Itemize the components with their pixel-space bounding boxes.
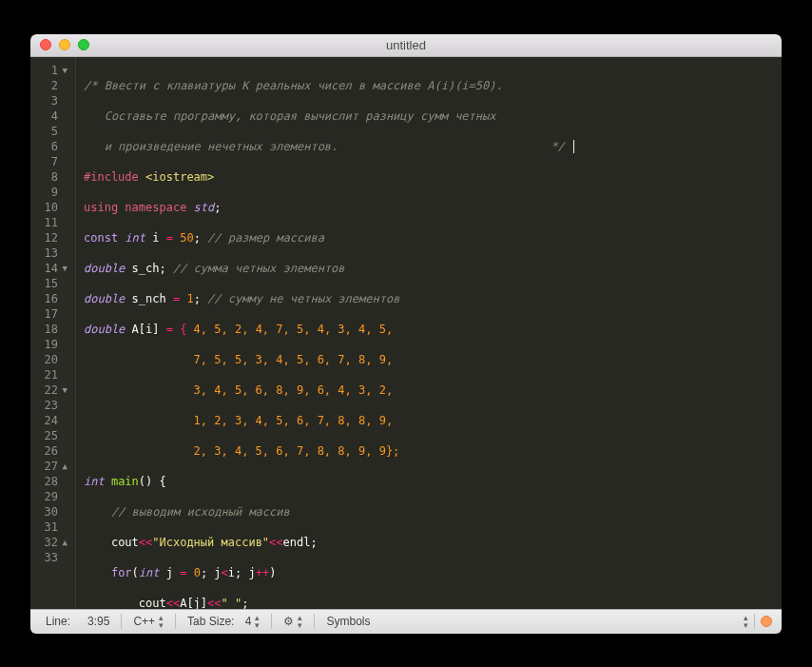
gutter-line[interactable]: 2 (30, 78, 73, 93)
gear-icon: ⚙ (283, 615, 294, 628)
editor-window: untitled 1▼2345678910111213☚14▼151617181… (30, 34, 782, 634)
gutter-line[interactable]: 16 (30, 291, 73, 306)
gutter[interactable]: 1▼2345678910111213☚14▼1516171819202122▼2… (30, 57, 76, 609)
divider (271, 614, 272, 629)
settings-button[interactable]: ⚙ ▴▾ (278, 614, 308, 629)
gutter-line[interactable]: 11 (30, 215, 73, 230)
gutter-line[interactable]: 23 (30, 398, 73, 413)
gutter-line[interactable]: 25 (30, 428, 73, 443)
gutter-line[interactable]: 30 (30, 504, 73, 520)
gutter-line[interactable]: 33 (30, 550, 73, 565)
gutter-line[interactable]: 20 (30, 352, 73, 367)
gutter-line[interactable]: 24 (30, 413, 73, 428)
gutter-line[interactable]: 10 (30, 200, 73, 215)
gutter-line[interactable]: ☚14▼ (30, 261, 73, 276)
fold-icon[interactable]: ▼ (60, 261, 68, 276)
window-title: untitled (30, 38, 782, 52)
gutter-line[interactable]: 21 (30, 367, 73, 383)
gutter-line[interactable]: 27▲ (30, 459, 73, 474)
gutter-line[interactable]: 13 (30, 245, 73, 261)
gutter-line[interactable]: 26 (30, 443, 73, 459)
sb-line-value[interactable]: 3:95 (82, 615, 115, 628)
updown-icon: ▴▾ (298, 614, 302, 629)
gutter-line[interactable]: 19 (30, 337, 73, 352)
gutter-line[interactable]: 12 (30, 230, 73, 245)
updown-icon[interactable]: ▴▾ (744, 614, 748, 629)
gutter-line[interactable]: 9 (30, 185, 73, 200)
sb-symbols[interactable]: Symbols (320, 615, 376, 628)
gutter-line[interactable]: 29 (30, 489, 73, 504)
fold-icon[interactable]: ▲ (60, 459, 68, 474)
gutter-line[interactable]: 22▼ (30, 383, 73, 398)
text-cursor (573, 140, 574, 153)
record-indicator-icon[interactable] (761, 616, 772, 627)
gutter-line[interactable]: 6 (30, 139, 73, 154)
code-line: Составьте программу, которая вычислит ра… (84, 109, 495, 123)
gutter-line[interactable]: 15 (30, 276, 73, 291)
gutter-line[interactable]: 31 (30, 520, 73, 535)
gutter-line[interactable]: 4 (30, 108, 73, 124)
code-editor[interactable]: 1▼2345678910111213☚14▼1516171819202122▼2… (30, 57, 782, 609)
fold-icon[interactable]: ▼ (60, 63, 68, 78)
sb-tabsize[interactable]: Tab Size: 4 ▴▾ (182, 614, 265, 629)
gutter-line[interactable]: 3 (30, 93, 73, 108)
updown-icon: ▴▾ (255, 614, 260, 629)
fold-icon[interactable]: ▲ (60, 535, 68, 550)
fold-icon[interactable]: ▼ (60, 383, 68, 398)
gutter-line[interactable]: 32▲ (30, 535, 73, 550)
code-line: и произведение нечетных элементов. (84, 140, 338, 153)
code-line: /* Ввести с клавиатуры K реальных чисел … (84, 79, 503, 92)
updown-icon: ▴▾ (159, 614, 164, 629)
traffic-lights (30, 39, 89, 50)
close-icon[interactable] (40, 39, 51, 50)
gutter-line[interactable]: 7 (30, 154, 73, 169)
gutter-line[interactable]: 8 (30, 169, 73, 185)
gutter-line[interactable]: 18 (30, 322, 73, 337)
code-area[interactable]: /* Ввести с клавиатуры K реальных чисел … (76, 57, 782, 609)
sb-line-label: Line: (40, 615, 76, 628)
sb-language[interactable]: C++ ▴▾ (127, 614, 169, 629)
minimize-icon[interactable] (59, 39, 70, 50)
gutter-line[interactable]: 1▼ (30, 63, 73, 78)
gutter-line[interactable]: 17 (30, 306, 73, 322)
divider (754, 614, 755, 629)
divider (314, 614, 315, 629)
divider (121, 614, 122, 629)
titlebar[interactable]: untitled (30, 34, 782, 57)
gutter-line[interactable]: 5 (30, 124, 73, 139)
statusbar: Line: 3:95 C++ ▴▾ Tab Size: 4 ▴▾ ⚙ ▴▾ Sy… (30, 609, 782, 634)
gutter-line[interactable]: 28 (30, 474, 73, 489)
divider (175, 614, 176, 629)
zoom-icon[interactable] (78, 39, 89, 50)
